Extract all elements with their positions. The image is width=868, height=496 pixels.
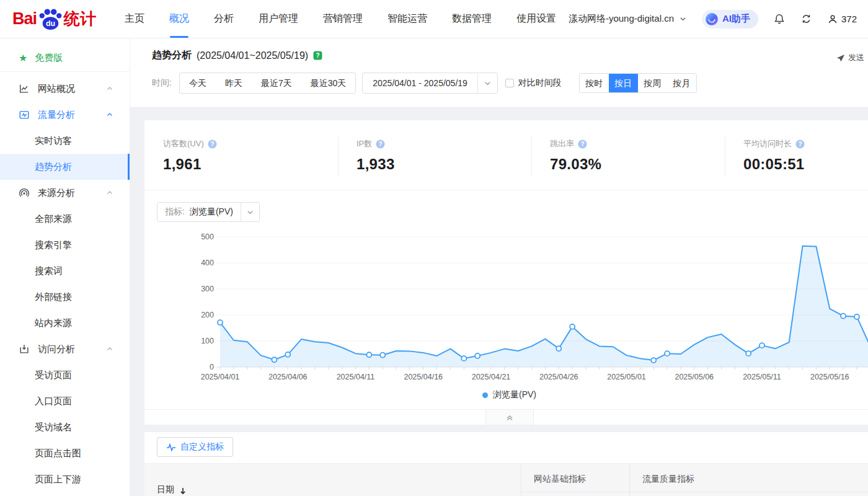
- metric-label: 指标:: [165, 206, 185, 218]
- toolbar-panel: 趋势分析 (2025/04/01~2025/05/19) ? 发送 时间: 今天…: [130, 38, 868, 108]
- title-row: 趋势分析 (2025/04/01~2025/05/19) ?: [152, 49, 868, 62]
- nav-item-分析[interactable]: 分析: [214, 0, 234, 38]
- double-chevron-up-icon: [505, 413, 514, 422]
- main-nav: 主页概况分析用户管理营销管理智能运营数据管理使用设置: [125, 0, 556, 38]
- svg-text:2025/05/11: 2025/05/11: [743, 373, 781, 381]
- page-title: 趋势分析: [152, 49, 192, 62]
- svg-text:100: 100: [201, 337, 214, 345]
- svg-text:2025/05/06: 2025/05/06: [675, 373, 714, 381]
- nav-item-主页[interactable]: 主页: [125, 0, 144, 38]
- svg-text:2025/04/11: 2025/04/11: [337, 373, 375, 381]
- chevron-down-icon: [679, 15, 687, 23]
- granularity-按周[interactable]: 按周: [638, 74, 667, 92]
- sidebar-menu: 网站概况流量分析实时访客趋势分析来源分析全部来源搜索引擎搜索词外部链接站内来源访…: [0, 76, 130, 492]
- user-account[interactable]: 372: [827, 14, 857, 25]
- help-icon[interactable]: ?: [578, 140, 587, 149]
- quick-range-最近30天[interactable]: 最近30天: [301, 73, 356, 93]
- sidebar-item-外部链接[interactable]: 外部链接: [0, 284, 130, 310]
- date-range-value: 2025/04/01 - 2025/05/19: [363, 78, 477, 88]
- traffic-icon: [19, 109, 30, 120]
- sidebar-item-受访页面[interactable]: 受访页面: [0, 362, 130, 388]
- logo-text-du: du: [46, 19, 55, 28]
- svg-text:2025/05/16: 2025/05/16: [810, 373, 849, 381]
- granularity-按时[interactable]: 按时: [580, 74, 609, 92]
- quick-range-昨天[interactable]: 昨天: [216, 73, 252, 93]
- sidebar-item-来源分析[interactable]: 来源分析: [0, 180, 130, 206]
- stat-value: 79.03%: [550, 156, 725, 173]
- help-icon[interactable]: ?: [376, 140, 385, 149]
- chevron-down-icon: [477, 73, 497, 93]
- stat-value: 00:05:51: [743, 156, 868, 173]
- sort-descending-icon[interactable]: [179, 487, 187, 495]
- baidu-tongji-logo[interactable]: Bai du 统计: [12, 8, 96, 30]
- sidebar-item-页面点击图[interactable]: 页面点击图: [0, 440, 130, 466]
- sidebar-item-实时访客[interactable]: 实时访客: [0, 128, 130, 154]
- quick-range-今天[interactable]: 今天: [180, 73, 216, 93]
- nav-item-数据管理[interactable]: 数据管理: [452, 0, 492, 38]
- svg-text:500: 500: [201, 232, 214, 241]
- sidebar-item-流量分析[interactable]: 流量分析: [0, 102, 130, 128]
- chevron-up-icon: [106, 111, 113, 118]
- svg-text:?: ?: [379, 141, 383, 148]
- metric-selector[interactable]: 指标: 浏览量(PV): [157, 202, 260, 222]
- sidebar-item-搜索引擎[interactable]: 搜索引擎: [0, 232, 130, 258]
- sidebar-item-页面上下游[interactable]: 页面上下游: [0, 466, 130, 492]
- free-version-badge[interactable]: ★ 免费版: [0, 45, 130, 72]
- nav-item-智能运营[interactable]: 智能运营: [388, 0, 427, 38]
- nav-item-用户管理[interactable]: 用户管理: [259, 0, 298, 38]
- stat-card-平均访问时长: 平均访问时长?00:05:51: [725, 120, 868, 190]
- site-name: 漾动网络-young-digital.cn: [569, 13, 674, 25]
- help-icon[interactable]: ?: [208, 140, 217, 149]
- granularity-按月[interactable]: 按月: [667, 74, 696, 92]
- quick-range-最近7天[interactable]: 最近7天: [252, 73, 301, 93]
- stat-value: 1,961: [163, 156, 338, 173]
- sidebar-item-全部来源[interactable]: 全部来源: [0, 206, 130, 232]
- sync-icon[interactable]: [800, 13, 812, 25]
- svg-text:?: ?: [210, 141, 214, 148]
- granularity-按日[interactable]: 按日: [609, 74, 638, 92]
- site-selector[interactable]: 漾动网络-young-digital.cn: [569, 13, 687, 25]
- custom-metric-label: 自定义指标: [180, 441, 224, 453]
- ai-assistant-button[interactable]: AI助手: [702, 10, 758, 29]
- svg-text:2025/04/21: 2025/04/21: [472, 373, 511, 381]
- notification-bell-icon[interactable]: [773, 13, 786, 25]
- header-subdivider: [521, 492, 868, 492]
- custom-metric-button[interactable]: 自定义指标: [157, 437, 233, 457]
- compare-checkbox[interactable]: [505, 79, 514, 87]
- help-icon[interactable]: ?: [795, 140, 805, 149]
- sidebar-item-网站概况[interactable]: 网站概况: [0, 76, 130, 102]
- sidebar-item-访问分析[interactable]: 访问分析: [0, 336, 130, 362]
- svg-text:0: 0: [210, 363, 214, 371]
- nav-item-概况[interactable]: 概况: [169, 0, 189, 38]
- chevron-up-icon: [106, 345, 113, 353]
- trend-card: 访客数(UV)?1,961IP数?1,933跳出率?79.03%平均访问时长?0…: [144, 120, 868, 425]
- svg-text:?: ?: [316, 52, 320, 59]
- nav-item-使用设置[interactable]: 使用设置: [516, 0, 556, 38]
- baidu-paw-icon: du: [37, 8, 63, 30]
- nav-item-营销管理[interactable]: 营销管理: [323, 0, 363, 38]
- collapse-button[interactable]: [485, 410, 534, 425]
- stat-card-IP数: IP数?1,933: [338, 120, 531, 190]
- chart-legend[interactable]: 浏览量(PV): [144, 389, 868, 401]
- paper-plane-icon: [836, 53, 845, 63]
- help-icon[interactable]: ?: [313, 51, 322, 60]
- send-label: 发送: [848, 52, 864, 63]
- stat-card-跳出率: 跳出率?79.03%: [531, 120, 725, 190]
- trend-chart: 01002003004005002025/04/012025/04/062025…: [144, 231, 868, 387]
- sidebar-item-趋势分析[interactable]: 趋势分析: [0, 154, 130, 180]
- svg-text:2025/04/06: 2025/04/06: [268, 373, 308, 381]
- send-button[interactable]: 发送: [836, 52, 864, 63]
- date-column-header[interactable]: 日期: [144, 464, 521, 496]
- sidebar-item-站内来源[interactable]: 站内来源: [0, 310, 130, 336]
- collapse-bar: [144, 409, 868, 410]
- sidebar-item-搜索词[interactable]: 搜索词: [0, 258, 130, 284]
- compare-period-toggle[interactable]: 对比时间段: [505, 78, 562, 89]
- date-range-picker[interactable]: 2025/04/01 - 2025/05/19: [362, 73, 498, 94]
- sidebar-item-受访域名[interactable]: 受访域名: [0, 414, 130, 440]
- pulse-icon: [166, 442, 176, 452]
- svg-text:2025/04/26: 2025/04/26: [539, 373, 578, 381]
- logo-text-tongji: 统计: [64, 8, 96, 30]
- svg-text:200: 200: [201, 311, 214, 319]
- sidebar-item-入口页面[interactable]: 入口页面: [0, 388, 130, 414]
- topbar: Bai du 统计 主页概况分析用户管理营销管理智能运营数据管理使用设置 漾动网…: [0, 0, 868, 38]
